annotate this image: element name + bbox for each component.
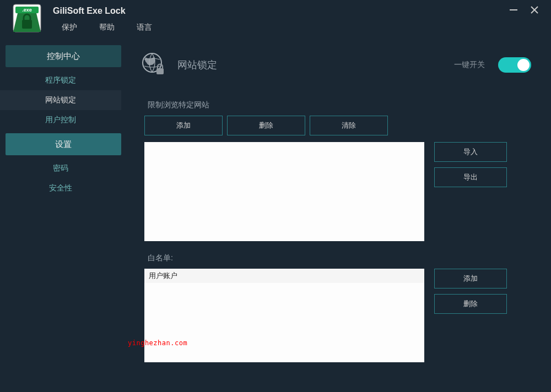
menu-protect[interactable]: 保护 [62, 23, 77, 32]
close-icon[interactable] [530, 6, 539, 17]
page-header: 网站锁定 一键开关 [141, 52, 531, 78]
master-switch-label: 一键开关 [454, 60, 485, 70]
page-header-left: 网站锁定 [141, 52, 217, 78]
globe-lock-icon [141, 52, 165, 78]
restrict-delete-button[interactable]: 删除 [227, 116, 305, 135]
whitelist-delete-button[interactable]: 删除 [434, 294, 507, 314]
sidebar: 控制中心 程序锁定 网站锁定 用户控制 设置 密码 安全性 [0, 36, 121, 392]
app-title: GiliSoft Exe Lock [53, 6, 126, 16]
sidebar-header-control-center: 控制中心 [6, 45, 121, 67]
content: 控制中心 程序锁定 网站锁定 用户控制 设置 密码 安全性 网站锁定 [0, 36, 551, 392]
minimize-icon[interactable] [509, 6, 518, 17]
menubar: 保护 帮助 语言 [0, 19, 551, 36]
restrict-listbox[interactable] [144, 142, 424, 241]
app-logo: .exe [12, 3, 42, 33]
restrict-add-button[interactable]: 添加 [144, 116, 223, 135]
restrict-section: 限制浏览特定网站 添加 删除 清除 导入 导出 [141, 100, 531, 241]
svg-rect-8 [22, 20, 32, 29]
watermark: yinghezhan.com [128, 339, 187, 347]
titlebar-right [509, 6, 551, 17]
menu-help[interactable]: 帮助 [99, 23, 115, 32]
sidebar-item-password[interactable]: 密码 [0, 159, 121, 178]
main-panel: 网站锁定 一键开关 限制浏览特定网站 添加 删除 清除 导入 导出 [121, 36, 551, 392]
restrict-clear-button[interactable]: 清除 [310, 116, 388, 135]
whitelist-add-button[interactable]: 添加 [434, 269, 507, 288]
sidebar-item-user-control[interactable]: 用户控制 [0, 110, 121, 130]
svg-text:.exe: .exe [22, 7, 32, 13]
restrict-label: 限制浏览特定网站 [148, 100, 531, 110]
menu-language[interactable]: 语言 [137, 23, 152, 32]
page-title: 网站锁定 [177, 58, 217, 72]
import-button[interactable]: 导入 [434, 142, 507, 162]
whitelist-listbox[interactable]: 用户账户 [144, 269, 424, 362]
whitelist-section: 白名单: 用户账户 添加 删除 [141, 253, 531, 362]
list-item[interactable]: 用户账户 [144, 269, 424, 283]
export-button[interactable]: 导出 [434, 167, 507, 187]
sidebar-item-security[interactable]: 安全性 [0, 178, 121, 198]
sidebar-item-program-lock[interactable]: 程序锁定 [0, 70, 121, 90]
sidebar-header-settings: 设置 [6, 133, 121, 155]
sidebar-item-website-lock[interactable]: 网站锁定 [0, 90, 121, 110]
page-header-right: 一键开关 [454, 57, 531, 73]
svg-rect-10 [156, 68, 164, 74]
master-switch-toggle[interactable] [498, 57, 531, 73]
whitelist-label: 白名单: [148, 253, 531, 263]
restrict-buttons: 添加 删除 清除 [144, 116, 531, 135]
